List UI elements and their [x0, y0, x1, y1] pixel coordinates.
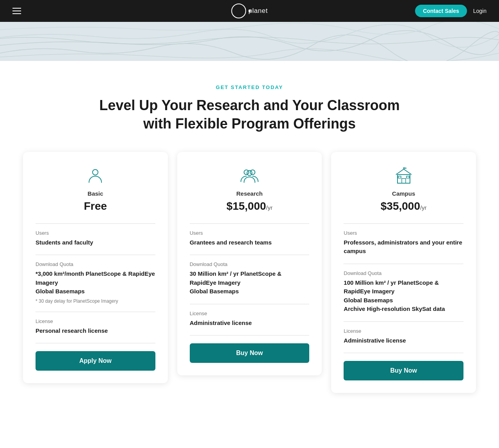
contact-sales-button[interactable]: Contact Sales	[415, 5, 467, 17]
navbar: planet Contact Sales Login	[0, 0, 499, 22]
card-basic-price: Free	[36, 200, 155, 212]
card-research-price-suffix: /yr	[266, 204, 273, 211]
card-basic-license-value: Personal research license	[36, 327, 155, 336]
card-campus-license-value: Administrative license	[344, 336, 463, 345]
card-campus-price: $35,000/yr	[344, 200, 463, 212]
card-research-quota-value: 30 Million km² / yr PlanetScope & RapidE…	[190, 270, 310, 296]
group-icon	[240, 166, 259, 186]
logo-text: planet	[248, 7, 267, 15]
card-campus-license-label: License	[344, 328, 463, 334]
divider-2	[36, 255, 155, 255]
nav-actions: Contact Sales Login	[415, 5, 487, 17]
card-basic: Basic Free Users Students and faculty Do…	[23, 152, 168, 384]
card-research-license-value: Administrative license	[190, 319, 310, 328]
card-basic-users-label: Users	[36, 230, 155, 236]
divider-r2	[190, 255, 310, 255]
divider-c1	[344, 223, 463, 224]
pricing-cards: Basic Free Users Students and faculty Do…	[23, 152, 476, 393]
hamburger-menu[interactable]	[12, 8, 21, 14]
card-research-tier: Research	[190, 190, 310, 197]
card-campus-price-suffix: /yr	[420, 204, 427, 211]
card-research-license-label: License	[190, 311, 310, 316]
section-label: GET STARTED TODAY	[16, 84, 483, 90]
card-basic-license-label: License	[36, 318, 155, 324]
svg-rect-9	[406, 176, 409, 178]
person-icon	[86, 166, 105, 186]
divider-r4	[190, 335, 310, 336]
card-research-users-value: Grantees and research teams	[190, 238, 310, 247]
card-campus: Campus $35,000/yr Users Professors, admi…	[331, 152, 476, 393]
card-campus-quota-label: Download Quota	[344, 270, 463, 276]
campus-buy-now-button[interactable]: Buy Now	[344, 361, 463, 380]
card-campus-icon-wrapper	[344, 166, 463, 186]
hero-banner	[0, 22, 499, 61]
card-basic-users-value: Students and faculty	[36, 238, 155, 247]
section-title: Level Up Your Research and Your Classroo…	[93, 96, 406, 133]
logo[interactable]: planet	[231, 4, 267, 18]
card-campus-price-value: $35,000	[381, 200, 420, 212]
card-research-price: $15,000/yr	[190, 200, 310, 212]
svg-rect-8	[398, 176, 401, 178]
card-basic-quota-label: Download Quota	[36, 261, 155, 267]
divider-r1	[190, 223, 310, 224]
card-basic-quota-value: *3,000 km²/month PlanetScope & RapidEye …	[36, 270, 155, 296]
card-campus-tier: Campus	[344, 190, 463, 197]
card-campus-users-value: Professors, administrators and your enti…	[344, 238, 463, 256]
card-research-price-value: $15,000	[226, 200, 266, 212]
card-campus-users-label: Users	[344, 230, 463, 236]
divider-1	[36, 223, 155, 224]
main-content: GET STARTED TODAY Level Up Your Research…	[0, 61, 499, 424]
svg-point-1	[93, 170, 98, 175]
divider-r3	[190, 304, 310, 304]
card-research-icon-wrapper	[190, 166, 310, 186]
card-basic-price-value: Free	[84, 200, 107, 212]
divider-c4	[344, 353, 463, 353]
card-campus-quota-value: 100 Million km² / yr PlanetScope & Rapid…	[344, 278, 463, 314]
divider-4	[36, 343, 155, 343]
svg-point-4	[247, 170, 252, 175]
apply-now-button[interactable]: Apply Now	[36, 351, 155, 371]
card-basic-quota-note: * 30 day delay for PlanetScope Imagery	[36, 298, 155, 304]
divider-3	[36, 312, 155, 312]
divider-c3	[344, 321, 463, 322]
card-basic-tier: Basic	[36, 190, 155, 197]
research-buy-now-button[interactable]: Buy Now	[190, 343, 310, 363]
campus-icon	[394, 166, 413, 186]
card-research: Research $15,000/yr Users Grantees and r…	[177, 152, 322, 376]
svg-rect-0	[0, 22, 499, 61]
login-button[interactable]: Login	[473, 8, 487, 14]
card-research-users-label: Users	[190, 230, 310, 236]
divider-c2	[344, 264, 463, 264]
card-research-quota-label: Download Quota	[190, 261, 310, 267]
card-basic-icon-wrapper	[36, 166, 155, 186]
svg-rect-7	[402, 178, 406, 183]
